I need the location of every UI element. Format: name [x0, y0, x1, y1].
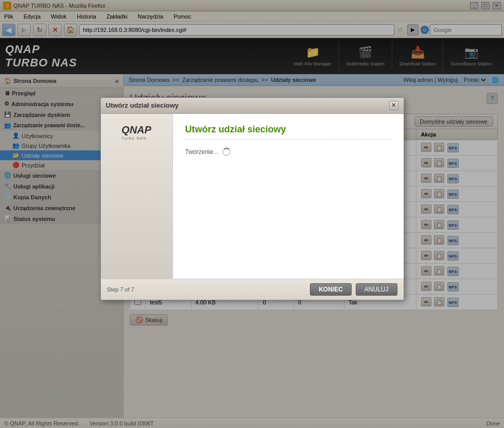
modal-content: Utwórz udział sieciowy Tworzenie...	[173, 114, 404, 279]
modal-actions: KONIEC ANULUJ	[310, 283, 397, 296]
modal-titlebar: Utwórz udział sieciowy ✕	[101, 98, 404, 114]
modal-overlay: Utwórz udział sieciowy ✕ QNAP Turbo NAS …	[0, 0, 504, 428]
modal-sidebar: QNAP Turbo NAS	[101, 114, 173, 279]
modal-step-title: Utwórz udział sieciowy	[185, 124, 391, 140]
modal-logo: QNAP Turbo NAS	[121, 124, 151, 141]
modal-body: QNAP Turbo NAS Utwórz udział sieciowy Tw…	[101, 114, 404, 279]
modal-footer: Step 7 of 7 KONIEC ANULUJ	[101, 279, 404, 300]
step-info: Step 7 of 7	[107, 286, 134, 293]
modal-cancel-button[interactable]: ANULUJ	[356, 283, 397, 296]
loading-row: Tworzenie...	[185, 148, 391, 156]
modal-tagline: Turbo NAS	[121, 136, 151, 141]
create-share-modal: Utwórz udział sieciowy ✕ QNAP Turbo NAS …	[100, 97, 404, 300]
modal-qnap-text: QNAP	[121, 124, 151, 136]
modal-title: Utwórz udział sieciowy	[106, 101, 179, 109]
modal-ok-button[interactable]: KONIEC	[310, 283, 352, 296]
modal-close-button[interactable]: ✕	[389, 101, 398, 110]
loading-spinner	[222, 148, 231, 156]
loading-text: Tworzenie...	[185, 148, 219, 156]
